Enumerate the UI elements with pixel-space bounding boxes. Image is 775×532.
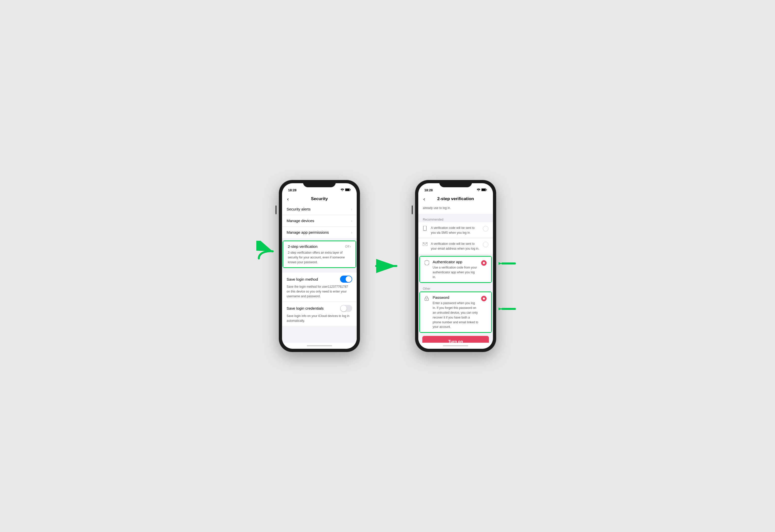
shield-icon [425,260,430,267]
other-section-header: Other [418,285,493,292]
phone-icon [423,226,429,232]
svg-rect-8 [482,189,486,191]
save-credentials-title: Save login credentials [286,306,324,311]
other-label: Other [423,287,431,291]
left-status-icons [340,188,351,192]
svg-point-6 [478,190,479,191]
right-time: 18:28 [424,188,433,192]
left-time: 18:28 [288,188,296,192]
svg-rect-3 [350,189,351,190]
right-screen-content: already use to log in. Recommended A ver… [418,203,493,343]
two-step-highlight-box: 2-step verification Off › 2-step verific… [282,240,356,268]
wifi-icon [340,188,344,191]
password-radio-inner [483,298,485,300]
svg-rect-2 [345,189,349,191]
password-desc: Enter a password when you log in. If you… [433,301,478,329]
intro-text-content: already use to log in. [423,206,451,210]
save-login-desc: Save the login method for user1123777617… [286,285,348,298]
left-phone-screen: 18:28 ‹ Security [282,183,357,349]
authenticator-desc: Use a verification code from your authen… [433,266,477,279]
email-radio[interactable] [483,242,489,247]
two-step-header: 2-step verification Off › [288,244,351,248]
password-highlight-box: Password Enter a password when you log i… [419,292,492,333]
battery-icon [345,188,351,192]
svg-point-0 [342,190,343,191]
sms-option[interactable]: A verification code will be sent to you … [418,222,493,238]
password-content: Password Enter a password when you log i… [433,295,479,329]
turn-on-button[interactable]: Turn on [422,336,489,343]
save-credentials-desc: Save login info on your iCloud devices t… [286,314,349,323]
authenticator-radio[interactable] [481,260,487,266]
password-title: Password [433,295,479,300]
authenticator-option[interactable]: Authenticator app Use a verification cod… [420,257,491,282]
save-credentials-toggle[interactable] [340,305,352,312]
manage-permissions-label: Manage app permissions [286,230,329,234]
manage-permissions-item[interactable]: Manage app permissions › [282,226,357,238]
right-nav-title: 2-step verification [437,196,474,201]
svg-rect-9 [487,189,487,190]
security-alerts-chevron: › [351,207,352,211]
authenticator-title: Authenticator app [433,260,479,264]
password-radio[interactable] [481,296,487,301]
right-arrow-authenticator [499,258,516,270]
separator-1 [282,238,357,240]
security-menu-list: Security alerts › Manage devices › Manag… [282,203,357,238]
toggle-knob-on [345,276,352,282]
recommended-group: A verification code will be sent to you … [418,222,493,254]
right-wifi-icon [477,188,480,191]
email-option-content: A verification code will be sent to your… [431,241,480,251]
authenticator-content: Authenticator app Use a verification cod… [433,260,479,279]
security-alerts-item[interactable]: Security alerts › [282,203,357,215]
email-option[interactable]: A verification code will be sent to your… [418,238,493,254]
save-credentials-header: Save login credentials [286,305,352,312]
right-home-indicator [418,343,493,349]
authenticator-highlight-box: Authenticator app Use a verification cod… [419,256,492,283]
svg-rect-12 [423,242,428,246]
notch [303,180,336,187]
sms-radio[interactable] [483,226,489,231]
two-step-status: Off › [345,244,351,248]
save-login-toggle[interactable] [340,276,352,283]
svg-point-14 [427,299,427,300]
right-battery-icon [481,188,487,192]
left-home-indicator [282,343,357,349]
save-credentials-toggle-container [340,305,352,312]
right-phone-screen: 18:28 ‹ 2-step verification [418,183,493,349]
intro-text: already use to log in. [418,203,493,216]
left-back-button[interactable]: ‹ [287,196,289,202]
manage-devices-label: Manage devices [286,218,314,223]
lock-icon [425,296,430,302]
password-option[interactable]: Password Enter a password when you log i… [420,292,491,332]
sms-option-content: A verification code will be sent to you … [431,225,480,235]
separator-2 [282,269,357,271]
two-step-item[interactable]: 2-step verification Off › 2-step verific… [283,241,355,267]
security-alerts-label: Security alerts [286,207,310,211]
toggle-knob-off [340,306,346,312]
right-status-icons [477,188,487,192]
right-arrow-password [499,304,516,315]
scene: 18:28 ‹ Security [279,180,496,352]
left-nav-bar: ‹ Security [282,194,357,203]
email-icon [423,242,429,247]
manage-devices-chevron: › [351,219,352,223]
right-home-bar [443,345,468,346]
save-credentials-section: Save login credentials Save login info o… [282,302,357,326]
email-option-desc: A verification code will be sent to your… [431,242,479,250]
recommended-label: Recommended [423,218,443,221]
save-login-section: Save login method Save the login method … [282,273,357,301]
two-step-title: 2-step verification [288,244,317,248]
left-home-bar [307,345,332,346]
right-nav-bar: ‹ 2-step verification [418,194,493,203]
svg-rect-11 [424,230,426,231]
left-screen-content: Security alerts › Manage devices › Manag… [282,203,357,343]
manage-devices-item[interactable]: Manage devices › [282,215,357,226]
left-arrow [256,241,276,262]
authenticator-radio-inner [483,262,485,264]
right-phone: 18:28 ‹ 2-step verification [415,180,496,352]
two-step-chevron: › [350,244,351,248]
save-login-header: Save login method [286,276,352,283]
recommended-section-header: Recommended [418,216,493,222]
sms-option-desc: A verification code will be sent to you … [431,226,475,234]
right-back-button[interactable]: ‹ [423,196,425,202]
save-login-toggle-container [340,276,352,283]
